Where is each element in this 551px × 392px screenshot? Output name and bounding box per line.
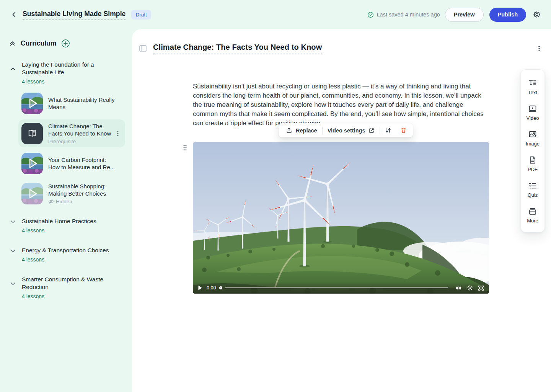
lesson-header: Climate Change: The Facts You Need to Kn…: [138, 36, 543, 60]
saved-check-icon: [367, 11, 374, 18]
page-menu-button[interactable]: [535, 44, 543, 54]
curriculum-header: Curriculum: [9, 39, 132, 48]
curriculum-section: Laying the Foundation for a Sustainable …: [9, 61, 132, 85]
collapse-all-button[interactable]: [9, 40, 16, 47]
play-overlay-icon: [21, 183, 43, 204]
lesson-row-video[interactable]: What Sustainability Really Means: [18, 90, 125, 117]
player-settings-icon: [467, 285, 473, 291]
settings-gear-icon: [533, 10, 541, 19]
replace-upload-icon: [286, 127, 292, 134]
lesson-title: Your Carbon Footprint: How to Measure an…: [48, 156, 116, 171]
reading-book-icon: [26, 128, 38, 139]
insert-text-button[interactable]: Text: [521, 74, 544, 100]
video-settings-label: Video settings: [328, 127, 365, 134]
lesson-thumbnail: [21, 153, 43, 174]
preview-button[interactable]: Preview: [445, 8, 484, 22]
insert-quiz-button[interactable]: Quiz: [521, 176, 544, 202]
lesson-thumbnail: [21, 123, 43, 144]
page-menu-icon: [536, 45, 542, 52]
lesson-hidden-status: Hidden: [48, 199, 116, 204]
player-fullscreen-button[interactable]: [477, 284, 485, 292]
video-still-windfarm: [193, 142, 489, 294]
insert-image-label: Image: [526, 141, 540, 147]
lesson-title: Sustainable Shopping: Making Better Choi…: [48, 183, 116, 197]
insert-more-button[interactable]: More: [521, 202, 544, 228]
replace-button[interactable]: Replace: [281, 123, 322, 137]
curriculum-title: Curriculum: [21, 39, 56, 47]
video-block-toolbar: Replace Video settings: [279, 123, 413, 137]
lesson-body-text[interactable]: Sustainability isn’t just about recyclin…: [193, 82, 490, 128]
lesson-title: What Sustainability Really Means: [48, 96, 116, 111]
curriculum-sidebar: Curriculum Laying the Foundation for a S…: [0, 29, 132, 392]
insert-image-button[interactable]: Image: [521, 125, 544, 151]
insert-quiz-icon: [528, 181, 537, 190]
section-lesson-count: 4 lessons: [22, 293, 132, 299]
video-player[interactable]: 0:00: [193, 142, 489, 294]
lesson-thumbnail: [21, 183, 43, 204]
curriculum-section: Sustainable Home Practices 4 lessons: [9, 217, 132, 234]
back-button[interactable]: [9, 10, 19, 20]
section-expand-button[interactable]: [9, 247, 17, 255]
lesson-badge: Hidden: [56, 199, 72, 204]
lesson-badge: Prerequisite: [48, 139, 116, 144]
player-current-time: 0:00: [207, 285, 216, 291]
collapse-all-icon: [9, 40, 16, 47]
player-play-button[interactable]: [197, 284, 203, 291]
player-fullscreen-icon: [478, 285, 484, 291]
player-scrubber-handle[interactable]: [219, 286, 222, 289]
reorder-button[interactable]: [380, 123, 396, 137]
add-section-button[interactable]: [61, 39, 70, 48]
lesson-page-title[interactable]: Climate Change: The Facts You Need to Kn…: [153, 43, 322, 54]
lesson-row-video[interactable]: Your Carbon Footprint: How to Measure an…: [18, 150, 125, 177]
player-volume-button[interactable]: [455, 284, 463, 292]
insert-more-icon: [528, 207, 537, 216]
lesson-menu-button[interactable]: [114, 129, 122, 138]
section-lesson-count: 4 lessons: [22, 78, 132, 85]
player-play-icon: [198, 285, 202, 291]
insert-pdf-button[interactable]: PDF: [521, 151, 544, 176]
delete-block-button[interactable]: [396, 123, 411, 137]
section-expand-button[interactable]: [9, 218, 17, 225]
section-title[interactable]: Energy & Transportation Choices: [22, 247, 112, 254]
lesson-list: What Sustainability Really Means Climate…: [18, 90, 132, 207]
section-lesson-count: 4 lessons: [22, 227, 132, 234]
delete-trash-icon: [400, 127, 407, 134]
settings-button[interactable]: [531, 9, 543, 20]
lesson-row-reading-selected[interactable]: Climate Change: The Facts You Need to Kn…: [18, 119, 125, 147]
lesson-row-video-hidden[interactable]: Sustainable Shopping: Making Better Choi…: [18, 180, 125, 207]
lesson-menu-icon: [115, 131, 121, 137]
section-title[interactable]: Sustainable Home Practices: [22, 217, 112, 225]
lesson-title: Climate Change: The Facts You Need to Kn…: [48, 122, 116, 137]
panel-toggle-button[interactable]: [138, 44, 148, 53]
player-settings-button[interactable]: [466, 284, 474, 292]
video-controls: 0:00: [193, 282, 489, 294]
insert-pdf-icon: [528, 155, 537, 165]
section-expand-icon: [10, 281, 16, 287]
block-drag-handle[interactable]: [182, 144, 188, 152]
publish-button[interactable]: Publish: [489, 8, 526, 22]
drag-handle-icon: [183, 145, 187, 151]
back-icon: [11, 11, 18, 18]
insert-text-icon: [528, 78, 537, 88]
insert-pdf-label: PDF: [528, 167, 538, 172]
replace-label: Replace: [296, 127, 317, 134]
external-link-icon: [368, 127, 375, 134]
section-title[interactable]: Laying the Foundation for a Sustainable …: [22, 61, 112, 76]
section-title[interactable]: Smarter Consumption & Waste Reduction: [22, 276, 112, 291]
insert-quiz-label: Quiz: [528, 192, 538, 198]
player-volume-icon: [455, 285, 462, 291]
section-collapse-icon: [10, 66, 16, 72]
insert-text-label: Text: [528, 90, 537, 95]
video-settings-button[interactable]: Video settings: [323, 123, 380, 137]
insert-video-button[interactable]: Video: [521, 100, 544, 125]
section-expand-icon: [10, 219, 16, 225]
section-collapse-button[interactable]: [9, 65, 17, 73]
reorder-icon: [385, 127, 391, 134]
topbar-actions: Last saved 4 minutes ago Preview Publish: [367, 8, 543, 22]
lesson-thumbnail: [21, 93, 43, 114]
section-expand-icon: [10, 248, 16, 254]
section-expand-button[interactable]: [9, 280, 17, 287]
course-title[interactable]: Sustainable Living Made Simple: [23, 10, 126, 20]
play-overlay-icon: [21, 93, 43, 114]
player-progress-bar[interactable]: [225, 287, 448, 289]
